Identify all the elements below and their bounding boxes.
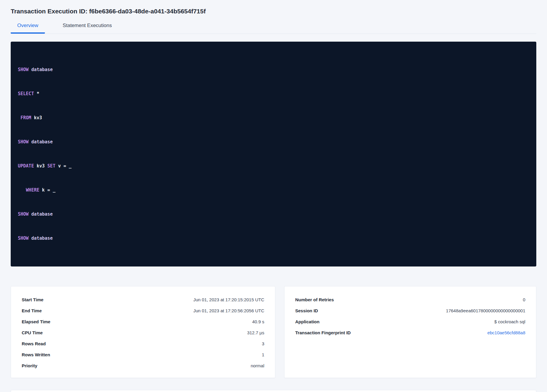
- row-value: $ cockroach sql: [494, 319, 525, 324]
- sql-statements-box: SHOW database SELECT * FROM kv3 SHOW dat…: [11, 42, 536, 266]
- sql-line: SHOW database: [18, 210, 529, 218]
- summary-row-session-id: Session ID 17648a9eea6017800000000000000…: [295, 305, 525, 316]
- sql-line: FROM kv3: [18, 114, 529, 122]
- summary-row-start-time: Start Time Jun 01, 2023 at 17:20:15:2015…: [22, 294, 264, 305]
- summary-row-rows-written: Rows Written 1: [22, 349, 264, 360]
- summary-row-retries: Number of Retries 0: [295, 294, 525, 305]
- transaction-fingerprint-link[interactable]: ebc10ae56cfd88a8: [487, 330, 525, 335]
- row-label: Rows Read: [22, 341, 46, 346]
- summary-row-application: Application $ cockroach sql: [295, 316, 525, 327]
- row-value: Jun 01, 2023 at 17:20:56:2056 UTC: [193, 308, 264, 313]
- summary-row-end-time: End Time Jun 01, 2023 at 17:20:56:2056 U…: [22, 305, 264, 316]
- row-value: Jun 01, 2023 at 17:20:15:2015 UTC: [193, 297, 264, 302]
- summary-row-priority: Priority normal: [22, 360, 264, 371]
- tab-overview[interactable]: Overview: [11, 23, 45, 34]
- row-value: normal: [251, 363, 264, 368]
- row-label: Start Time: [22, 297, 43, 302]
- row-label: CPU Time: [22, 330, 43, 335]
- summary-row-elapsed-time: Elapsed Time 40.9 s: [22, 316, 264, 327]
- execution-summary-card: Start Time Jun 01, 2023 at 17:20:15:2015…: [11, 286, 275, 378]
- page-title: Transaction Execution ID: f6be6366-da03-…: [11, 8, 536, 15]
- sql-line: SHOW database: [18, 234, 529, 242]
- transaction-details-page: Transaction Execution ID: f6be6366-da03-…: [0, 0, 547, 392]
- row-label: Application: [295, 319, 320, 324]
- summary-row-cpu-time: CPU Time 312.7 µs: [22, 327, 264, 338]
- row-value: 312.7 µs: [247, 330, 264, 335]
- insights-card: Insights Details High Contention Time Sp…: [11, 390, 536, 392]
- row-label: End Time: [22, 308, 42, 313]
- row-value: 1: [262, 352, 264, 357]
- sql-line: SHOW database: [18, 138, 529, 146]
- summary-cards: Start Time Jun 01, 2023 at 17:20:15:2015…: [11, 286, 536, 378]
- row-label: Session ID: [295, 308, 318, 313]
- sql-line: SHOW database: [18, 66, 529, 74]
- row-label: Priority: [22, 363, 37, 368]
- row-value: 40.9 s: [252, 319, 264, 324]
- row-label: Elapsed Time: [22, 319, 50, 324]
- summary-row-rows-read: Rows Read 3: [22, 338, 264, 349]
- row-label: Transaction Fingerprint ID: [295, 330, 351, 335]
- sql-line: WHERE k = _: [18, 186, 529, 194]
- tab-statement-executions[interactable]: Statement Executions: [56, 23, 118, 34]
- tab-bar: Overview Statement Executions: [11, 23, 536, 34]
- row-label: Number of Retries: [295, 297, 334, 302]
- row-value: 3: [262, 341, 264, 346]
- summary-row-transaction-fingerprint: Transaction Fingerprint ID ebc10ae56cfd8…: [295, 327, 525, 338]
- row-value: 0: [523, 297, 525, 302]
- sql-line: SELECT *: [18, 90, 529, 98]
- row-value: 17648a9eea6017800000000000000001: [446, 308, 525, 313]
- sql-line: UPDATE kv3 SET v = _: [18, 162, 529, 170]
- session-summary-card: Number of Retries 0 Session ID 17648a9ee…: [284, 286, 536, 378]
- row-label: Rows Written: [22, 352, 50, 357]
